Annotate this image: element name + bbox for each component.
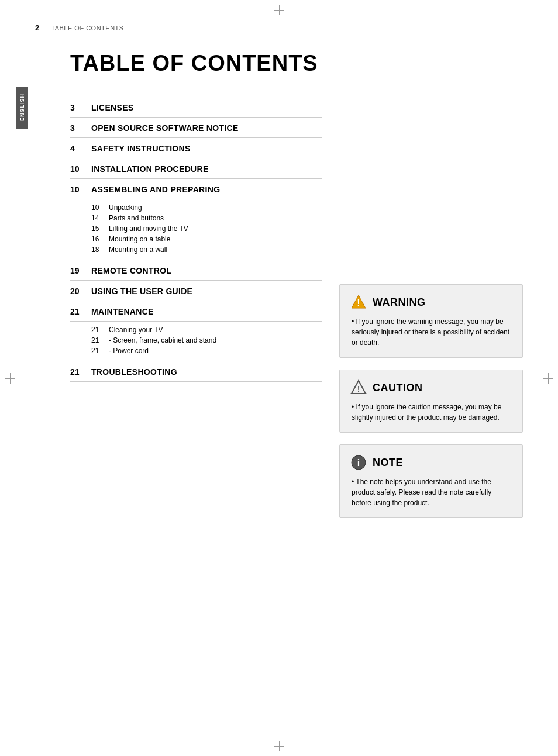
- toc-sub-entry: 21 - Power cord: [91, 346, 322, 356]
- toc-sub-entry: 14 Parts and buttons: [91, 213, 322, 223]
- toc-entry-safety: 4 SAFETY INSTRUCTIONS: [70, 138, 322, 158]
- toc-sub-entry: 16 Mounting on a table: [91, 234, 322, 244]
- language-tab: ENGLISH: [16, 87, 28, 129]
- toc-entry-remote-control: 19 REMOTE CONTROL: [70, 260, 322, 281]
- caution-text: If you ignore the caution message, you m…: [350, 402, 512, 423]
- toc-entry-installation: 10 INSTALLATION PROCEDURE: [70, 158, 322, 179]
- svg-text:!: !: [357, 298, 360, 308]
- content-area: 3 LICENSES 3 OPEN SOURCE SOFTWARE NOTICE…: [70, 97, 523, 518]
- toc-sub-title: Lifting and moving the TV: [109, 225, 188, 233]
- toc-entry-open-source: 3 OPEN SOURCE SOFTWARE NOTICE: [70, 118, 322, 138]
- toc-sub-entry: 21 - Screen, frame, cabinet and stand: [91, 335, 322, 346]
- toc-title: TROUBLESHOOTING: [91, 367, 177, 377]
- warning-text: If you ignore the warning message, you m…: [350, 316, 512, 348]
- toc-sub-title: - Power cord: [109, 347, 149, 355]
- note-box: i NOTE The note helps you understand and…: [339, 444, 523, 518]
- page: ENGLISH 2 TABLE OF CONTENTS TABLE OF CON…: [0, 0, 558, 756]
- page-header: 2 TABLE OF CONTENTS: [35, 23, 523, 34]
- toc-sub-number: 14: [91, 214, 109, 222]
- toc-sub-list-assembling: 10 Unpacking 14 Parts and buttons 15 Lif…: [70, 199, 322, 260]
- toc-sub-number: 21: [91, 326, 109, 334]
- corner-mark-tr: [539, 11, 547, 19]
- toc-title: OPEN SOURCE SOFTWARE NOTICE: [91, 123, 239, 133]
- toc-sub-entry: 15 Lifting and moving the TV: [91, 223, 322, 234]
- toc-sub-number: 21: [91, 336, 109, 344]
- toc-sub-title: Mounting on a table: [109, 235, 170, 243]
- toc-number: 10: [70, 164, 91, 174]
- toc-sub-number: 10: [91, 203, 109, 212]
- warning-header: ! WARNING: [350, 294, 512, 310]
- toc-number: 21: [70, 367, 91, 377]
- toc-title: USING THE USER GUIDE: [91, 286, 192, 296]
- caution-box: ! CAUTION If you ignore the caution mess…: [339, 370, 523, 433]
- corner-mark-tl: [11, 11, 19, 19]
- toc-title: SAFETY INSTRUCTIONS: [91, 144, 191, 153]
- toc-sub-entry: 18 Mounting on a wall: [91, 244, 322, 255]
- toc-entry-maintenance: 21 MAINTENANCE: [70, 301, 322, 322]
- warning-box: ! WARNING If you ignore the warning mess…: [339, 284, 523, 358]
- note-text: The note helps you understand and use th…: [350, 477, 512, 508]
- toc-entry-user-guide: 20 USING THE USER GUIDE: [70, 281, 322, 301]
- language-tab-label: ENGLISH: [19, 94, 25, 121]
- toc-entry-troubleshooting: 21 TROUBLESHOOTING: [70, 361, 322, 382]
- toc-sub-number: 18: [91, 246, 109, 254]
- warning-title: WARNING: [373, 296, 426, 309]
- crosshair-top: [274, 5, 284, 15]
- note-title: NOTE: [373, 457, 403, 469]
- toc-title: MAINTENANCE: [91, 307, 154, 316]
- crosshair-left: [5, 373, 15, 384]
- page-header-title: TABLE OF CONTENTS: [51, 25, 123, 32]
- toc-section: 3 LICENSES 3 OPEN SOURCE SOFTWARE NOTICE…: [70, 97, 322, 518]
- note-icon: i: [350, 454, 367, 471]
- toc-sub-entry: 21 Cleaning your TV: [91, 325, 322, 335]
- warning-icon: !: [350, 294, 367, 310]
- toc-sub-title: Cleaning your TV: [109, 326, 163, 334]
- toc-number: 20: [70, 286, 91, 296]
- page-header-line: [136, 30, 523, 30]
- svg-text:!: !: [357, 384, 360, 393]
- caution-header: ! CAUTION: [350, 379, 512, 396]
- notices-section: ! WARNING If you ignore the warning mess…: [339, 284, 523, 518]
- caution-icon: !: [350, 379, 367, 396]
- main-title: TABLE OF CONTENTS: [70, 51, 523, 76]
- toc-sub-title: Unpacking: [109, 203, 142, 212]
- toc-number: 3: [70, 123, 91, 133]
- toc-title: INSTALLATION PROCEDURE: [91, 164, 209, 174]
- toc-title: LICENSES: [91, 103, 133, 112]
- toc-sub-number: 21: [91, 347, 109, 355]
- toc-number: 10: [70, 185, 91, 194]
- toc-entry-licenses: 3 LICENSES: [70, 97, 322, 118]
- toc-sub-title: Parts and buttons: [109, 214, 164, 222]
- toc-sub-title: - Screen, frame, cabinet and stand: [109, 336, 216, 344]
- toc-sub-number: 16: [91, 235, 109, 243]
- note-header: i NOTE: [350, 454, 512, 471]
- toc-title: ASSEMBLING AND PREPARING: [91, 185, 220, 194]
- toc-sub-number: 15: [91, 225, 109, 233]
- crosshair-bottom: [274, 741, 284, 751]
- toc-number: 4: [70, 144, 91, 153]
- toc-sub-list-maintenance: 21 Cleaning your TV 21 - Screen, frame, …: [70, 322, 322, 361]
- toc-number: 3: [70, 103, 91, 112]
- toc-number: 21: [70, 307, 91, 316]
- page-number: 2: [35, 23, 39, 32]
- svg-text:i: i: [357, 458, 360, 468]
- corner-mark-br: [539, 737, 547, 745]
- caution-title: CAUTION: [373, 382, 423, 394]
- toc-entry-assembling: 10 ASSEMBLING AND PREPARING: [70, 179, 322, 199]
- corner-mark-bl: [11, 737, 19, 745]
- toc-number: 19: [70, 266, 91, 275]
- toc-sub-title: Mounting on a wall: [109, 246, 167, 254]
- toc-title: REMOTE CONTROL: [91, 266, 171, 275]
- toc-sub-entry: 10 Unpacking: [91, 202, 322, 213]
- crosshair-right: [543, 373, 553, 384]
